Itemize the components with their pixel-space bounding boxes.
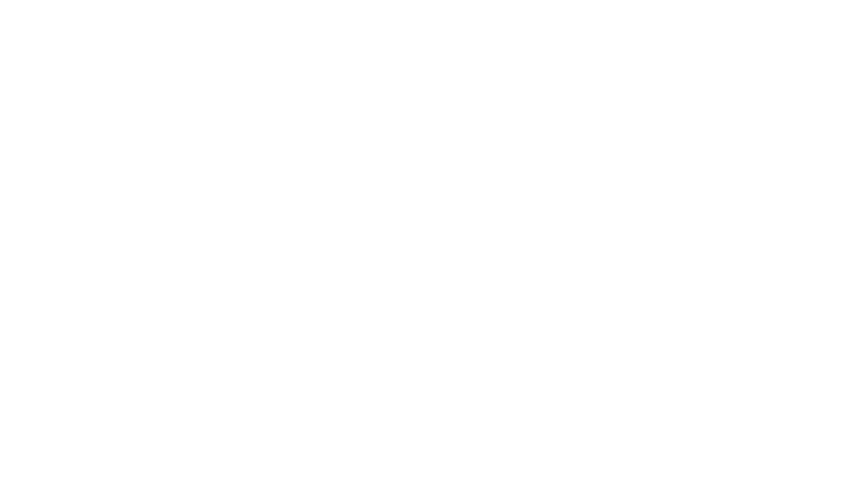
genome-canvas — [0, 0, 845, 504]
genome-browser-window — [0, 0, 845, 504]
